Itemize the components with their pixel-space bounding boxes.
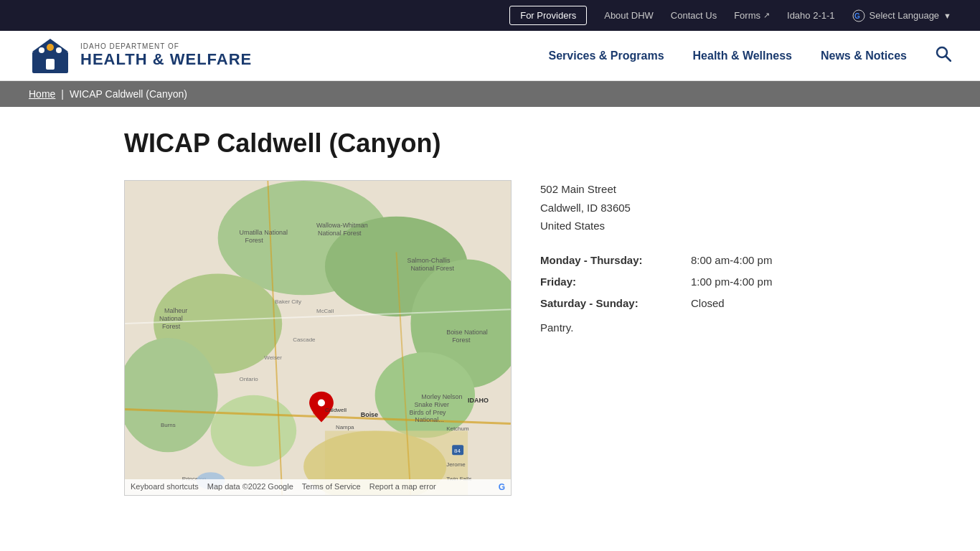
google-icon: G bbox=[852, 9, 865, 22]
svg-text:IDAHO: IDAHO bbox=[468, 397, 489, 404]
dhw-logo-icon bbox=[29, 36, 72, 75]
site-logo[interactable]: IDAHO DEPARTMENT OF HEALTH & WELFARE bbox=[29, 36, 252, 75]
location-info: 502 Main Street Caldwell, ID 83605 Unite… bbox=[540, 180, 856, 334]
sat-sun-label: Saturday - Sunday: bbox=[540, 293, 684, 314]
svg-text:National...: National... bbox=[415, 416, 443, 423]
svg-text:National Forest: National Forest bbox=[410, 265, 454, 272]
map-container[interactable]: Umatilla National Forest Wallowa-Whitman… bbox=[124, 180, 512, 496]
terms-of-service-link[interactable]: Terms of Service bbox=[302, 482, 361, 492]
svg-point-5 bbox=[47, 44, 54, 51]
svg-point-54 bbox=[318, 400, 325, 407]
svg-text:Forest: Forest bbox=[162, 323, 181, 330]
svg-text:Ontario: Ontario bbox=[240, 376, 259, 382]
hours-table: Monday - Thursday: 8:00 am-4:00 pm Frida… bbox=[540, 250, 856, 314]
keyboard-shortcuts[interactable]: Keyboard shortcuts bbox=[131, 482, 199, 492]
svg-point-4 bbox=[39, 47, 44, 53]
contact-us-link[interactable]: Contact Us bbox=[671, 10, 717, 21]
svg-text:Salmon-Challis: Salmon-Challis bbox=[407, 257, 451, 264]
logo-text: IDAHO DEPARTMENT OF HEALTH & WELFARE bbox=[80, 42, 252, 69]
hours-row-saturday-sunday: Saturday - Sunday: Closed bbox=[540, 293, 856, 314]
breadcrumb-home[interactable]: Home bbox=[29, 88, 55, 100]
svg-text:National Forest: National Forest bbox=[318, 230, 362, 237]
forms-link[interactable]: Forms ↗ bbox=[734, 10, 770, 21]
svg-line-9 bbox=[946, 56, 951, 61]
svg-text:Weiser: Weiser bbox=[264, 354, 282, 361]
address-block: 502 Main Street Caldwell, ID 83605 Unite… bbox=[540, 180, 856, 235]
hours-row-friday: Friday: 1:00 pm-4:00 pm bbox=[540, 271, 856, 293]
chevron-down-icon: ▼ bbox=[943, 11, 951, 20]
svg-text:Nampa: Nampa bbox=[336, 424, 354, 430]
breadcrumb-separator: | bbox=[61, 88, 64, 100]
svg-text:Forest: Forest bbox=[245, 237, 263, 244]
address-line3: United States bbox=[540, 217, 856, 235]
svg-text:Jerome: Jerome bbox=[446, 461, 466, 468]
svg-text:Birds of Prey: Birds of Prey bbox=[409, 409, 446, 416]
address-line1: 502 Main Street bbox=[540, 180, 856, 199]
google-logo: G bbox=[499, 482, 505, 492]
location-detail: Umatilla National Forest Wallowa-Whitman… bbox=[124, 180, 856, 496]
svg-rect-7 bbox=[46, 59, 55, 70]
breadcrumb-bar: Home | WICAP Caldwell (Canyon) bbox=[0, 81, 980, 107]
svg-text:Baker City: Baker City bbox=[275, 298, 301, 305]
svg-text:Umatilla National: Umatilla National bbox=[240, 229, 288, 236]
page-content: WICAP Caldwell (Canyon) bbox=[95, 107, 885, 539]
svg-text:Ketchum: Ketchum bbox=[446, 425, 469, 432]
nav-links: Services & Programs Health & Wellness Ne… bbox=[549, 46, 951, 66]
address-line2: Caldwell, ID 83605 bbox=[540, 199, 856, 217]
external-link-icon: ↗ bbox=[763, 11, 770, 20]
svg-text:National: National bbox=[159, 315, 183, 322]
svg-text:G: G bbox=[854, 12, 860, 20]
map-image: Umatilla National Forest Wallowa-Whitman… bbox=[125, 181, 511, 495]
report-map-error-link[interactable]: Report a map error bbox=[369, 482, 436, 492]
search-icon bbox=[936, 46, 951, 62]
idaho-211-link[interactable]: Idaho 2-1-1 bbox=[787, 10, 835, 21]
friday-value: 1:00 pm-4:00 pm bbox=[691, 271, 772, 293]
svg-text:Morley Nelson: Morley Nelson bbox=[421, 393, 462, 400]
map-data-label: Map data ©2022 Google bbox=[207, 482, 293, 492]
dept-of-label: IDAHO DEPARTMENT OF bbox=[80, 42, 252, 50]
svg-point-6 bbox=[56, 47, 62, 53]
page-title: WICAP Caldwell (Canyon) bbox=[124, 128, 856, 159]
svg-text:McCall: McCall bbox=[316, 308, 334, 314]
hours-row-mon-thu: Monday - Thursday: 8:00 am-4:00 pm bbox=[540, 250, 856, 271]
nav-news-notices[interactable]: News & Notices bbox=[821, 50, 907, 62]
svg-point-17 bbox=[211, 395, 296, 467]
pantry-note: Pantry. bbox=[540, 321, 856, 334]
svg-text:Forest: Forest bbox=[452, 336, 471, 344]
mon-thu-label: Monday - Thursday: bbox=[540, 250, 684, 271]
map-footer: Keyboard shortcuts Map data ©2022 Google… bbox=[125, 479, 511, 495]
nav-health-wellness[interactable]: Health & Wellness bbox=[693, 50, 792, 62]
main-nav: IDAHO DEPARTMENT OF HEALTH & WELFARE Ser… bbox=[0, 31, 980, 81]
mon-thu-value: 8:00 am-4:00 pm bbox=[691, 250, 772, 271]
svg-text:Snake River: Snake River bbox=[414, 401, 449, 408]
top-bar: For Providers About DHW Contact Us Forms… bbox=[0, 0, 980, 31]
svg-text:Malheur: Malheur bbox=[164, 307, 187, 314]
agency-name-label: HEALTH & WELFARE bbox=[80, 50, 252, 69]
svg-text:Caldwell: Caldwell bbox=[325, 407, 347, 413]
svg-text:Burns: Burns bbox=[161, 422, 176, 428]
search-button[interactable] bbox=[936, 46, 951, 66]
svg-text:84: 84 bbox=[454, 448, 461, 454]
svg-text:Wallowa-Whitman: Wallowa-Whitman bbox=[316, 222, 368, 229]
sat-sun-value: Closed bbox=[691, 293, 725, 314]
about-dhw-link[interactable]: About DHW bbox=[604, 10, 654, 21]
nav-services-programs[interactable]: Services & Programs bbox=[549, 50, 664, 62]
friday-label: Friday: bbox=[540, 271, 684, 293]
svg-text:Cascade: Cascade bbox=[293, 336, 316, 343]
select-language-label: Select Language bbox=[870, 10, 940, 21]
breadcrumb-current: WICAP Caldwell (Canyon) bbox=[70, 88, 187, 100]
for-providers-button[interactable]: For Providers bbox=[509, 6, 587, 25]
svg-text:Boise: Boise bbox=[361, 411, 378, 418]
translate-widget[interactable]: G Select Language ▼ bbox=[852, 9, 951, 22]
svg-text:Boise National: Boise National bbox=[446, 329, 488, 336]
